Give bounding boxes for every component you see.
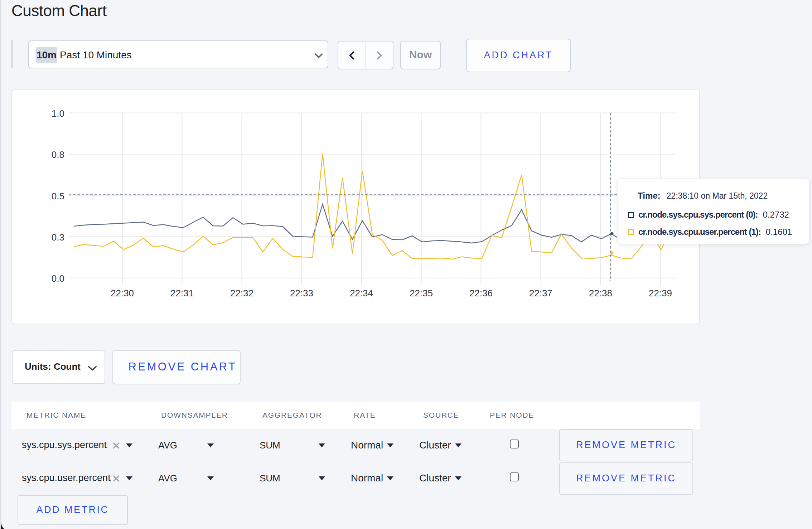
svg-text:22:36: 22:36	[469, 288, 493, 299]
svg-text:1.0: 1.0	[52, 108, 64, 119]
svg-text:22:34: 22:34	[350, 288, 373, 299]
svg-text:22:31: 22:31	[170, 288, 194, 299]
svg-text:22:32: 22:32	[230, 288, 253, 299]
svg-text:22:37: 22:37	[529, 288, 552, 299]
svg-text:22:35: 22:35	[410, 288, 433, 299]
svg-text:22:30: 22:30	[111, 288, 134, 299]
svg-text:0.0: 0.0	[52, 273, 64, 284]
svg-text:0.5: 0.5	[52, 191, 64, 202]
svg-text:0.8: 0.8	[52, 149, 64, 160]
svg-text:0.3: 0.3	[52, 232, 64, 243]
svg-text:22:39: 22:39	[649, 288, 672, 299]
svg-text:22:38: 22:38	[589, 288, 612, 299]
svg-text:22:33: 22:33	[290, 288, 313, 299]
